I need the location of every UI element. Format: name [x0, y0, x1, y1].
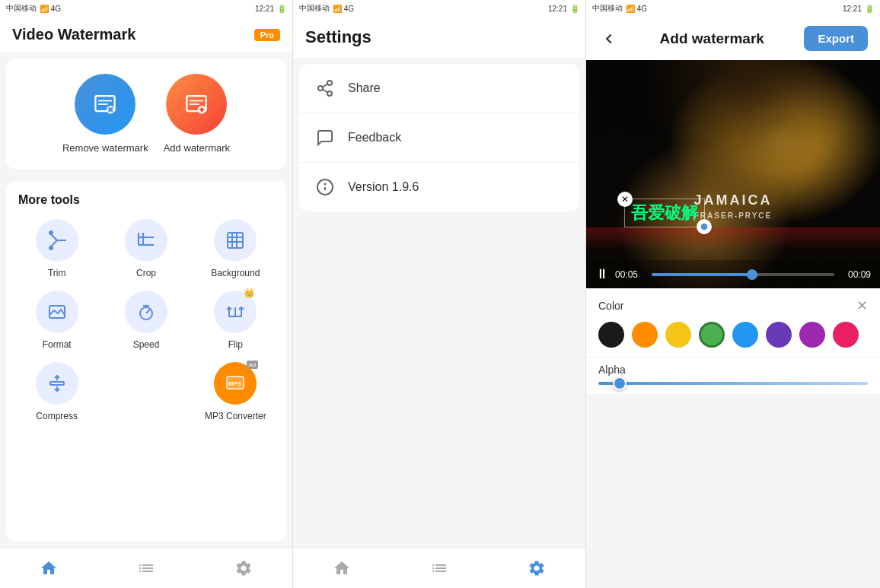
wm-header: Add watermark Export: [586, 17, 880, 60]
trim-icon-bg: [36, 219, 78, 262]
color-swatch-blue[interactable]: [732, 322, 758, 348]
battery-3: 🔋: [865, 5, 874, 13]
bottom-nav-2: [293, 548, 585, 588]
status-bar-1: 中国移动 📶 4G 12:21 🔋: [0, 0, 292, 17]
color-swatch-pink[interactable]: [833, 322, 859, 348]
color-swatch-black[interactable]: [598, 322, 624, 348]
crown-icon: 👑: [244, 288, 255, 298]
progress-thumb[interactable]: [747, 269, 757, 280]
settings-header: Settings: [293, 17, 585, 58]
export-button[interactable]: Export: [804, 26, 868, 51]
svg-line-28: [146, 310, 150, 313]
remove-watermark-icon-bg: [75, 74, 136, 135]
share-icon: [314, 78, 336, 99]
color-swatch-yellow[interactable]: [665, 322, 691, 348]
nav-list-1[interactable]: [122, 556, 171, 580]
status-left-2: 中国移动 📶 4G: [299, 3, 354, 14]
carrier-2: 中国移动: [299, 3, 330, 14]
crop-label: Crop: [136, 268, 156, 278]
crop-icon-bg: [125, 219, 167, 262]
format-icon-bg: [36, 291, 78, 333]
battery-2: 🔋: [570, 5, 579, 13]
settings-item-feedback[interactable]: Feedback: [299, 113, 579, 163]
background-tool[interactable]: Background: [197, 219, 274, 278]
settings-list: Share Feedback Version 1.9.6: [299, 64, 579, 211]
nav-settings-2[interactable]: [512, 556, 561, 580]
nav-settings-1[interactable]: [219, 556, 268, 580]
flip-label: Flip: [228, 339, 243, 350]
svg-point-45: [701, 224, 708, 230]
settings-item-share[interactable]: Share: [299, 64, 579, 113]
background-label: Background: [211, 268, 260, 278]
watermark-text: 吾爱破解: [631, 203, 698, 222]
nav-list-2[interactable]: [415, 556, 464, 580]
color-swatch-green[interactable]: [699, 322, 725, 348]
battery-1: 🔋: [277, 5, 286, 13]
app-title-1: Video Watermark: [12, 26, 136, 43]
ad-badge: Ad: [247, 361, 259, 369]
speed-tool[interactable]: Speed: [107, 291, 184, 350]
status-bar-2: 中国移动 📶 4G 12:21 🔋: [293, 0, 585, 17]
status-right-3: 12:21 🔋: [843, 5, 874, 13]
video-player: JAMAICA FRASER-PRYCE ✕ 吾爱破解 ⏸ 00:05: [586, 60, 880, 288]
format-label: Format: [43, 339, 72, 350]
background-icon-bg: [214, 219, 257, 262]
alpha-label: Alpha: [598, 364, 868, 376]
signal-3: 📶 4G: [626, 5, 647, 13]
status-left-3: 中国移动 📶 4G: [592, 3, 647, 14]
svg-point-37: [327, 81, 332, 85]
carrier-1: 中国移动: [6, 3, 37, 14]
add-watermark-tool[interactable]: Add watermark: [164, 74, 230, 154]
alpha-slider[interactable]: [598, 382, 868, 385]
mp3-icon-bg: Ad MP3: [214, 362, 257, 405]
flip-tool[interactable]: 👑 Flip: [197, 291, 274, 350]
speed-label: Speed: [133, 339, 160, 350]
status-bar-3: 中国移动 📶 4G 12:21 🔋: [586, 0, 880, 17]
remove-watermark-tool[interactable]: Remove watermark: [62, 74, 148, 154]
color-panel-close[interactable]: ✕: [856, 297, 868, 314]
trim-tool[interactable]: Trim: [18, 219, 95, 278]
svg-line-41: [323, 84, 328, 87]
svg-point-16: [49, 246, 53, 250]
color-swatch-violet[interactable]: [799, 322, 825, 348]
bottom-nav-1: [0, 548, 292, 588]
more-tools-section: More tools Trim: [6, 181, 286, 542]
progress-fill: [652, 273, 752, 276]
nav-home-1[interactable]: [24, 556, 73, 580]
watermark-text-overlay[interactable]: ✕ 吾爱破解: [624, 199, 705, 227]
panel-video-watermark: 中国移动 📶 4G 12:21 🔋 Video Watermark Pro: [0, 0, 293, 588]
pause-button[interactable]: ⏸: [595, 266, 609, 282]
add-watermark-label: Add watermark: [164, 142, 230, 154]
controls-row: ⏸ 00:05 00:09: [595, 266, 871, 282]
add-watermark-icon-bg: [166, 74, 227, 135]
video-controls: ⏸ 00:05 00:09: [586, 260, 880, 288]
more-tools-title: More tools: [18, 193, 274, 207]
tools-grid: Trim Crop: [18, 219, 274, 421]
nav-home-2[interactable]: [317, 556, 366, 580]
format-tool[interactable]: Format: [18, 291, 95, 350]
watermark-move-handle[interactable]: [697, 219, 712, 234]
pro-badge: Pro: [254, 29, 280, 41]
alpha-slider-thumb[interactable]: [613, 377, 627, 390]
watermark-close-button[interactable]: ✕: [617, 192, 633, 207]
settings-title: Settings: [305, 27, 371, 46]
status-right-2: 12:21 🔋: [548, 5, 579, 13]
svg-rect-21: [228, 233, 243, 248]
time-1: 12:21: [255, 5, 274, 13]
color-panel: Color ✕: [586, 288, 880, 357]
mp3-tool[interactable]: Ad MP3 MP3 Converter: [197, 362, 274, 421]
back-button[interactable]: [598, 28, 620, 49]
settings-item-version[interactable]: Version 1.9.6: [299, 163, 579, 211]
video-progress-bar[interactable]: [652, 273, 834, 276]
time-2: 12:21: [548, 5, 567, 13]
compress-tool[interactable]: Compress: [18, 362, 95, 421]
panel-settings: 中国移动 📶 4G 12:21 🔋 Settings Share: [293, 0, 586, 588]
color-swatch-purple[interactable]: [766, 322, 792, 348]
status-left-1: 中国移动 📶 4G: [6, 3, 61, 14]
svg-text:MP3: MP3: [228, 380, 241, 387]
color-swatch-orange[interactable]: [632, 322, 658, 348]
current-time: 00:05: [615, 269, 646, 280]
crop-tool[interactable]: Crop: [107, 219, 184, 278]
total-time: 00:09: [840, 269, 871, 280]
svg-rect-32: [50, 382, 64, 385]
